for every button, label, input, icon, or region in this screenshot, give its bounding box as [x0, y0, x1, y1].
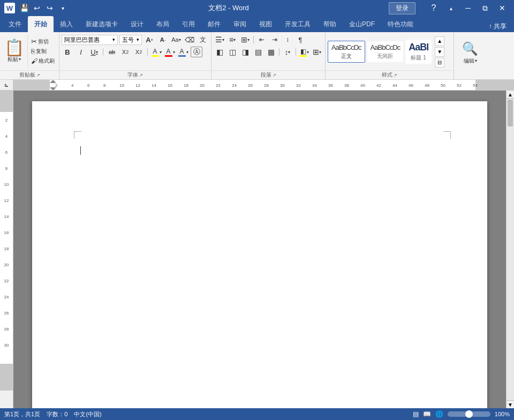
para-expand-icon[interactable]: ↗ [273, 73, 276, 78]
paste-button[interactable]: 📋 粘贴▾ [1, 34, 28, 68]
tab-references[interactable]: 引用 [176, 16, 201, 32]
increase-indent-button[interactable]: ⇥ [269, 34, 281, 45]
styles-label[interactable]: 样式 ↗ [326, 70, 453, 79]
svg-text:12: 12 [4, 198, 9, 203]
status-bar: 第1页，共1页 字数：0 中文(中国) ▤ 📖 🌐 100% [0, 408, 514, 420]
bold-button[interactable]: B [62, 47, 73, 57]
style-heading1[interactable]: AaBl 标题 1 [405, 40, 432, 64]
redo-button[interactable]: ↪ [44, 2, 56, 14]
zoom-handle[interactable] [465, 410, 473, 418]
cut-button[interactable]: ✂ 剪切 [29, 37, 56, 46]
clipboard-label[interactable]: 剪贴板 ↗ [0, 70, 59, 79]
restore-button[interactable]: ⧉ [478, 2, 493, 14]
align-right-button[interactable]: ◨ [239, 47, 251, 57]
tab-home[interactable]: 开始 [28, 16, 54, 32]
customize-qa-button[interactable]: ▾ [57, 2, 69, 14]
font-shrink-button[interactable]: A- [157, 34, 169, 45]
align-center-button[interactable]: ◫ [226, 47, 238, 57]
font-label[interactable]: 字体 ↗ [59, 70, 211, 79]
para-sep-2 [279, 48, 279, 56]
styles-expand[interactable]: ⊟ [435, 58, 444, 68]
login-button[interactable]: 登录 [389, 2, 415, 14]
border-button[interactable]: ⊞▾ [311, 47, 323, 57]
strikethrough-button[interactable]: ab [106, 47, 118, 57]
italic-button[interactable]: I [75, 47, 87, 57]
tab-review[interactable]: 审阅 [227, 16, 253, 32]
decrease-indent-button[interactable]: ⇤ [256, 34, 268, 45]
bullet-list-button[interactable]: ☰▾ [214, 34, 225, 45]
font-name-select[interactable]: 阿里巴巴普惠▾ [62, 35, 118, 45]
tab-insert[interactable]: 插入 [54, 16, 79, 32]
line-spacing-button[interactable]: ↕▾ [282, 47, 293, 57]
dist-align-button[interactable]: ▦ [265, 47, 277, 57]
tab-mailings[interactable]: 邮件 [201, 16, 227, 32]
numbered-list-button[interactable]: ≡▾ [226, 34, 238, 45]
styles-group: AaBbCcDc 正文 AaBbCcDc 无间距 AaBl 标题 1 [326, 32, 454, 79]
char-border-button[interactable]: Ⓐ [191, 47, 202, 57]
superscript-button[interactable]: X2 [133, 47, 145, 57]
font-color-button[interactable]: A ▾ [164, 47, 176, 57]
scroll-up-button[interactable]: ▲ [507, 91, 515, 99]
sort-button[interactable]: ↕ [282, 34, 293, 45]
scroll-track[interactable] [507, 99, 514, 400]
vertical-scrollbar[interactable]: ▲ ▼ [506, 91, 514, 408]
scroll-thumb[interactable] [508, 100, 513, 126]
tab-layout[interactable]: 布局 [150, 16, 176, 32]
copy-button[interactable]: ⎘ 复制 [29, 47, 56, 56]
multilevel-list-button[interactable]: ⊞▾ [239, 34, 251, 45]
font-expand-icon[interactable]: ↗ [139, 73, 143, 78]
scroll-down-button[interactable]: ▼ [507, 400, 515, 408]
minimize-button[interactable]: ─ [460, 2, 475, 14]
font-size-select[interactable]: 五号▾ [119, 35, 142, 45]
share-button[interactable]: ↑ 共享 [486, 21, 510, 32]
tab-view[interactable]: 视图 [253, 16, 278, 32]
clipboard-group: 📋 粘贴▾ ✂ 剪切 ⎘ 复制 [0, 32, 59, 79]
document-area[interactable] [13, 91, 506, 408]
clear-format-button[interactable]: ⌫ [184, 34, 195, 45]
phonetic-guide-button[interactable]: 文 [197, 34, 209, 45]
svg-text:16: 16 [4, 230, 9, 235]
circle-char-button[interactable]: A ▾ [177, 47, 189, 57]
clipboard-expand-icon[interactable]: ↗ [36, 73, 40, 78]
styles-scroll-down[interactable]: ▼ [435, 47, 444, 57]
tab-design[interactable]: 设计 [124, 16, 150, 32]
format-painter-button[interactable]: 🖌 格式刷 [29, 57, 56, 65]
text-highlight-button[interactable]: A ▾ [150, 47, 162, 57]
view-mode-read[interactable]: 📖 [423, 410, 431, 418]
justify-button[interactable]: ▤ [252, 47, 264, 57]
text-cursor[interactable] [80, 146, 81, 155]
styles-expand-icon[interactable]: ↗ [394, 73, 397, 78]
align-left-button[interactable]: ◧ [214, 47, 225, 57]
help-button[interactable]: ? [426, 2, 441, 14]
close-button[interactable]: ✕ [495, 2, 510, 14]
document-page[interactable] [32, 101, 487, 408]
font-grow-button[interactable]: A+ [143, 34, 155, 45]
tab-kingsoft[interactable]: 金山PDF [343, 16, 381, 32]
subscript-button[interactable]: X2 [119, 47, 131, 57]
styles-scroll-up[interactable]: ▲ [435, 36, 444, 46]
find-button[interactable]: 🔍 编辑▾ [458, 39, 482, 67]
ruler-corner[interactable]: ⊾ [0, 80, 13, 91]
style-zhengwen[interactable]: AaBbCcDc 正文 [328, 41, 365, 63]
svg-text:42: 42 [376, 83, 381, 88]
view-mode-web[interactable]: 🌐 [435, 410, 443, 418]
style-nospace[interactable]: AaBbCcDc 无间距 [367, 41, 404, 62]
tab-developer[interactable]: 开发工具 [278, 16, 317, 32]
font-case-button[interactable]: Aa▾ [170, 34, 182, 45]
paragraph-label[interactable]: 段落 ↗ [211, 70, 325, 79]
ribbon-toggle[interactable]: ▴ [443, 2, 458, 14]
tab-special[interactable]: 特色功能 [381, 16, 420, 32]
zoom-slider[interactable] [448, 411, 490, 417]
show-marks-button[interactable]: ¶ [294, 34, 306, 45]
undo-button[interactable]: ↩ [31, 2, 43, 14]
underline-button[interactable]: U▾ [88, 47, 100, 57]
tab-help[interactable]: 帮助 [317, 16, 343, 32]
vertical-ruler[interactable]: 2 4 6 8 10 12 14 16 18 20 22 24 26 28 30 [0, 91, 13, 408]
view-mode-print[interactable]: ▤ [413, 410, 419, 418]
tab-new[interactable]: 新建选项卡 [79, 16, 124, 32]
shading-button[interactable]: ◧ ▾ [298, 47, 310, 57]
horizontal-ruler[interactable]: 2 4 6 8 10 12 14 16 18 20 22 24 26 28 30… [13, 80, 514, 91]
svg-text:2: 2 [5, 118, 8, 123]
tab-file[interactable]: 文件 [2, 16, 28, 32]
save-button[interactable]: 💾 [18, 2, 30, 14]
